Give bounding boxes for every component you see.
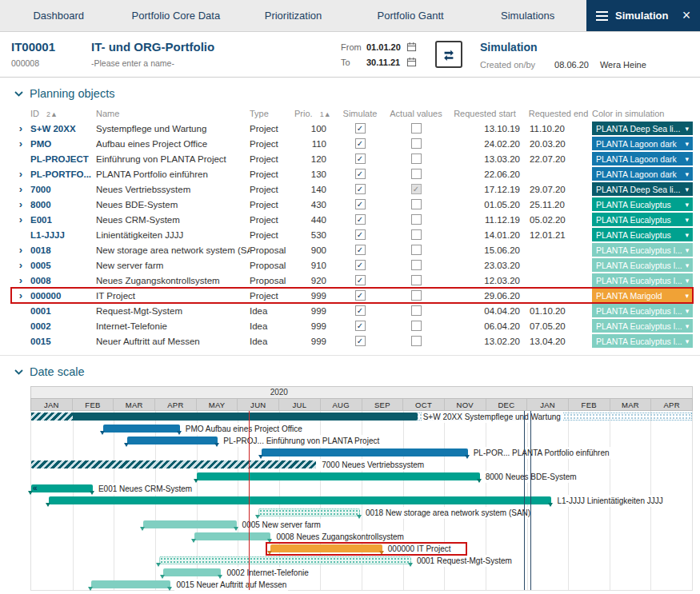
expand-chevron-icon[interactable]: › [11,169,30,179]
simulate-checkbox[interactable]: ✓ [355,138,366,149]
cell-id[interactable]: 0005 [30,261,96,270]
tab-simulation-active[interactable]: Simulation × [586,0,700,31]
table-row[interactable]: ›S+W 20XXSystempflege und WartungProject… [11,121,693,136]
table-row[interactable]: 0002Internet-TelefonieIdea999✓06.04.2007… [11,318,693,333]
cell-id[interactable]: L1-JJJJ [30,230,96,240]
close-icon[interactable]: × [673,0,700,31]
simulate-checkbox[interactable]: ✓ [355,245,366,255]
gantt-bar[interactable] [197,472,480,480]
color-in-simulation-dropdown[interactable]: PLANTA Deep Sea li...▾ [592,182,693,196]
color-in-simulation-dropdown[interactable]: PLANTA Lagoon dark▾ [592,137,693,150]
color-in-simulation-dropdown[interactable]: PLANTA Eucalyptus▾ [592,197,693,211]
simulate-checkbox[interactable]: ✓ [355,153,366,164]
color-in-simulation-dropdown[interactable]: PLANTA Eucalyptus l...▾ [592,304,693,317]
actual-values-checkbox[interactable]: ✓ [411,184,422,194]
gantt-bar[interactable] [262,448,468,456]
cell-id[interactable]: PL-PORTFO... [30,169,96,179]
gantt-bar[interactable] [91,580,171,588]
actual-values-checkbox[interactable] [411,229,422,240]
gantt-bar[interactable] [258,508,360,516]
hamburger-menu-icon[interactable] [596,11,608,21]
simulate-checkbox[interactable]: ✓ [355,199,366,209]
column-header-sim[interactable]: Simulate [333,109,387,118]
expand-chevron-icon[interactable]: › [11,184,30,194]
nav-tab-dashboard[interactable]: Dashboard [0,0,118,31]
table-row[interactable]: ›000000IT ProjectProject999✓29.06.20PLAN… [11,288,693,303]
cell-id[interactable]: E001 [30,215,96,225]
simulate-checkbox[interactable]: ✓ [355,123,366,134]
simulate-checkbox[interactable]: ✓ [355,229,366,240]
cell-id[interactable]: 000000 [30,291,96,301]
column-header-prio[interactable]: Prio.1▲ [294,109,333,118]
cell-id[interactable]: S+W 20XX [30,124,96,134]
gantt-bar[interactable] [31,484,93,492]
expand-chevron-icon[interactable]: › [11,214,30,225]
cell-id[interactable]: 0002 [30,321,96,331]
actual-values-checkbox[interactable] [411,260,422,270]
gantt-bar[interactable] [159,556,411,564]
nav-tab-simulations[interactable]: Simulations [469,0,586,31]
simulate-checkbox[interactable]: ✓ [355,214,366,225]
simulate-checkbox[interactable]: ✓ [355,336,366,346]
simulate-checkbox[interactable]: ✓ [355,260,366,270]
calendar-icon[interactable] [406,57,417,67]
column-header-act[interactable]: Actual values [387,109,445,118]
gantt-bar[interactable] [194,532,270,540]
table-row[interactable]: PL-PROJECTEinführung von PLANTA ProjectP… [11,151,693,166]
expand-chevron-icon[interactable]: › [11,138,30,149]
color-in-simulation-dropdown[interactable]: PLANTA Marigold▾ [592,289,693,302]
gantt-bar[interactable] [103,425,180,433]
table-row[interactable]: ›0005New server farmProposal910✓23.03.20… [11,257,693,273]
collapse-chevron-icon[interactable] [14,91,23,97]
cell-id[interactable]: PMO [30,139,96,149]
simulate-checkbox[interactable]: ✓ [355,290,366,301]
column-header-color[interactable]: Color in simulation [592,109,693,118]
expand-chevron-icon[interactable]: › [11,260,30,270]
portfolio-name-placeholder[interactable]: -Please enter a name- [91,58,341,68]
table-row[interactable]: ›PMOAufbau eines Project OfficeProject11… [11,136,693,151]
expand-chevron-icon[interactable]: › [11,245,30,255]
color-in-simulation-dropdown[interactable]: PLANTA Deep Sea li...▾ [592,122,693,135]
actual-values-checkbox[interactable] [411,153,422,164]
from-date-field[interactable]: 01.01.20 [366,42,406,52]
color-in-simulation-dropdown[interactable]: PLANTA Eucalyptus l...▾ [592,243,693,257]
calendar-icon[interactable] [406,42,417,52]
color-in-simulation-dropdown[interactable]: PLANTA Eucalyptus▾ [592,228,693,241]
cell-id[interactable]: 8000 [30,200,96,209]
column-header-rs[interactable]: Requested start [445,109,525,118]
column-header-name[interactable]: Name [96,109,250,118]
actual-values-checkbox[interactable] [411,290,422,301]
table-row[interactable]: ›8000Neues BDE-SystemProject430✓01.05.20… [11,197,693,212]
cell-id[interactable]: 0018 [30,245,96,255]
actual-values-checkbox[interactable] [411,275,422,285]
nav-tab-prioritization[interactable]: Prioritization [234,0,352,31]
column-header-type[interactable]: Type [250,109,294,118]
cell-id[interactable]: 0008 [30,276,96,285]
gantt-bar[interactable] [49,496,551,504]
actual-values-checkbox[interactable] [411,138,422,149]
table-row[interactable]: ›E001Neues CRM-SystemProject440✓11.12.19… [11,212,693,227]
table-row[interactable]: ›7000Neues VertriebssystemProject140✓✓17… [11,181,693,197]
table-row[interactable]: 0001Request-Mgt-SystemIdea999✓04.04.2001… [11,303,693,318]
color-in-simulation-dropdown[interactable]: PLANTA Lagoon dark▾ [592,152,693,165]
nav-tab-portfolio-gantt[interactable]: Portfolio Gantt [352,0,470,31]
simulate-checkbox[interactable]: ✓ [355,305,366,316]
gantt-bar[interactable] [163,568,221,576]
cell-id[interactable]: 0015 [30,337,96,346]
gantt-bar[interactable] [143,520,236,528]
color-in-simulation-dropdown[interactable]: PLANTA Eucalyptus l...▾ [592,273,693,287]
color-in-simulation-dropdown[interactable]: PLANTA Eucalyptus l...▾ [592,334,693,348]
gantt-bar[interactable] [127,437,218,445]
actual-values-checkbox[interactable] [411,199,422,209]
gantt-bar[interactable] [31,460,316,468]
expand-chevron-icon[interactable]: › [11,290,30,301]
simulate-checkbox[interactable]: ✓ [355,321,366,331]
actual-values-checkbox[interactable] [411,169,422,179]
column-header-re[interactable]: Requested end [525,109,592,118]
table-row[interactable]: L1-JJJJLinientätigkeiten JJJJProject530✓… [11,227,693,242]
actual-values-checkbox[interactable] [411,321,422,331]
actual-values-checkbox[interactable] [411,336,422,346]
nav-tab-portfolio-core-data[interactable]: Portfolio Core Data [118,0,235,31]
actual-values-checkbox[interactable] [411,305,422,316]
to-date-field[interactable]: 30.11.21 [366,58,406,67]
